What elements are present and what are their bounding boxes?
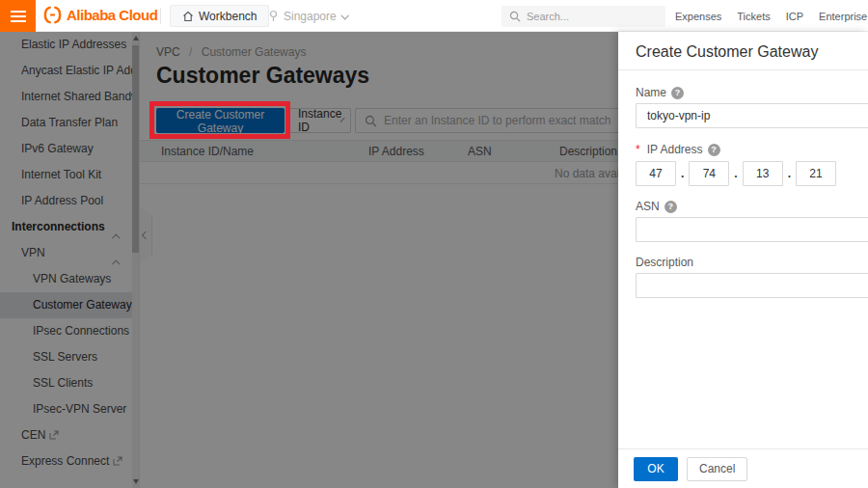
header-nav: Expenses Tickets ICP Enterprise Support (675, 0, 868, 32)
nav-tickets[interactable]: Tickets (737, 11, 770, 22)
location-pin-icon (268, 10, 279, 22)
ip-dot: . (788, 167, 791, 180)
nav-enterprise[interactable]: Enterprise (819, 11, 867, 22)
nav-icp[interactable]: ICP (786, 11, 803, 22)
description-input[interactable] (636, 273, 868, 298)
workbench-label: Workbench (199, 10, 257, 23)
ip-octet-3-input[interactable] (743, 161, 783, 186)
create-customer-gateway-panel: Create Customer Gateway Name ? * IP Addr… (618, 32, 868, 488)
asn-input[interactable] (636, 217, 868, 242)
alibaba-cloud-logo-icon (42, 5, 63, 25)
ip-octet-4-input[interactable] (796, 161, 836, 186)
brand-logo[interactable]: Alibaba Cloud (42, 5, 157, 25)
screen: Alibaba Cloud Workbench Singapore Ex (0, 0, 868, 488)
ip-address-field-label: * IP Address ? (636, 143, 720, 156)
help-icon[interactable]: ? (671, 87, 684, 99)
name-field-label: Name ? (636, 86, 684, 99)
ip-address-inputs: . . . (636, 161, 836, 186)
asn-label-text: ASN (636, 200, 660, 213)
name-input[interactable] (636, 103, 868, 128)
region-label: Singapore (284, 10, 337, 23)
modal-overlay (0, 32, 618, 488)
description-field-label: Description (636, 256, 693, 269)
global-search[interactable] (502, 6, 665, 27)
ip-dot: . (681, 167, 684, 180)
chevron-down-icon (340, 12, 348, 19)
hamburger-menu-icon[interactable] (0, 0, 36, 32)
search-icon (509, 11, 521, 22)
name-label-text: Name (636, 86, 666, 99)
nav-expenses[interactable]: Expenses (675, 11, 721, 22)
ok-button[interactable]: OK (634, 457, 678, 481)
workbench-button[interactable]: Workbench (170, 5, 269, 27)
ip-octet-2-input[interactable] (689, 161, 729, 186)
asn-field-label: ASN ? (636, 200, 677, 213)
ip-octet-1-input[interactable] (636, 161, 676, 186)
cancel-button[interactable]: Cancel (687, 457, 747, 481)
brand-name: Alibaba Cloud (67, 7, 157, 23)
ip-dot: . (734, 167, 737, 180)
help-icon[interactable]: ? (665, 201, 677, 213)
global-search-input[interactable] (527, 11, 652, 22)
region-selector[interactable]: Singapore (268, 5, 347, 27)
header-divider (160, 8, 161, 24)
help-icon[interactable]: ? (708, 144, 720, 156)
description-label-text: Description (636, 256, 693, 269)
panel-footer: OK Cancel (618, 448, 868, 488)
panel-title: Create Customer Gateway (618, 32, 868, 70)
top-header: Alibaba Cloud Workbench Singapore Ex (0, 0, 868, 32)
required-mark: * (636, 143, 640, 156)
home-icon (182, 11, 194, 22)
ip-label-text: IP Address (647, 143, 703, 156)
